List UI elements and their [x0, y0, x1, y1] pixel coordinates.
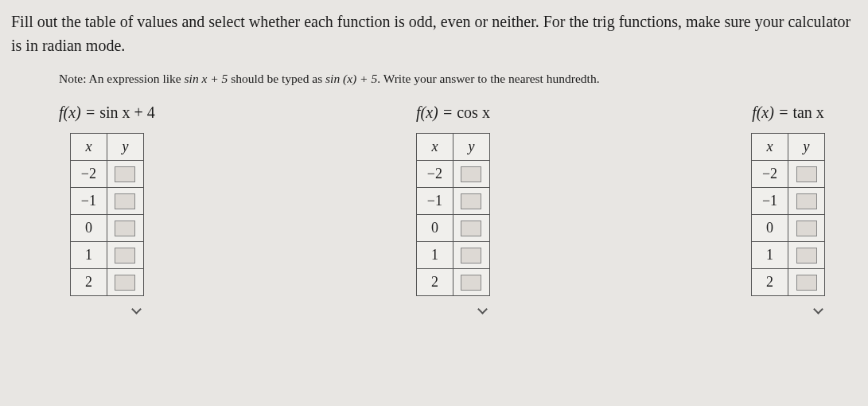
functions-row: f(x) = sin x + 4 x y −2 −1 0 1 2 f(x) = …	[11, 103, 857, 317]
table-row: 1	[416, 242, 489, 269]
y-input[interactable]	[115, 166, 135, 182]
y-input[interactable]	[115, 193, 135, 209]
fn-expr: sin x + 4	[99, 103, 155, 121]
y-cell	[788, 269, 825, 296]
y-input[interactable]	[796, 221, 817, 236]
x-cell: 0	[70, 215, 107, 242]
chevron-down-icon	[812, 304, 825, 317]
note-mid: should be typed as	[228, 72, 325, 85]
table-row: −2	[70, 161, 143, 188]
values-table: x y −2 −1 0 1 2	[70, 133, 144, 296]
y-input[interactable]	[115, 221, 135, 236]
y-input[interactable]	[796, 275, 817, 291]
table-row: 0	[416, 215, 489, 242]
parity-dropdown[interactable]	[70, 304, 143, 317]
y-cell	[107, 269, 143, 296]
note-expr2: sin (x) + 5	[325, 72, 377, 85]
x-cell: 1	[416, 242, 453, 269]
y-input[interactable]	[115, 275, 135, 291]
note-expr1: sin x + 5	[185, 72, 228, 85]
y-cell	[453, 215, 489, 242]
note-prefix: Note: An expression like	[59, 72, 185, 85]
function-label: f(x) = cos x	[416, 103, 490, 122]
x-cell: 2	[416, 269, 453, 296]
y-input[interactable]	[796, 248, 817, 264]
chevron-down-icon	[477, 304, 489, 317]
y-cell	[107, 188, 143, 215]
table-row: −1	[70, 188, 143, 215]
table-row: 0	[70, 215, 143, 242]
x-cell: −2	[70, 161, 107, 188]
values-table: x y −2 −1 0 1 2	[751, 133, 825, 296]
fn-expr: tan x	[792, 103, 823, 121]
function-label: f(x) = sin x + 4	[59, 103, 155, 122]
fn-prefix: f(x) =	[752, 103, 792, 121]
x-cell: −1	[416, 188, 453, 215]
note-text: Note: An expression like sin x + 5 shoul…	[11, 72, 857, 86]
y-input[interactable]	[461, 221, 481, 236]
y-cell	[453, 188, 489, 215]
header-y: y	[788, 134, 825, 161]
instructions-text: Fill out the table of values and select …	[11, 10, 857, 57]
y-input[interactable]	[461, 193, 481, 209]
x-cell: 2	[70, 269, 107, 296]
table-row: 2	[752, 269, 825, 296]
fn-expr: cos x	[457, 103, 490, 121]
y-cell	[107, 161, 143, 188]
header-y: y	[453, 134, 489, 161]
values-table: x y −2 −1 0 1 2	[416, 133, 490, 296]
y-cell	[788, 215, 825, 242]
table-row: 0	[752, 215, 825, 242]
table-row: 2	[416, 269, 489, 296]
fn-prefix: f(x) =	[59, 103, 99, 121]
y-input[interactable]	[461, 248, 481, 264]
fn-prefix: f(x) =	[416, 103, 457, 121]
header-x: x	[416, 134, 453, 161]
table-row: 1	[752, 242, 825, 269]
table-row: −1	[416, 188, 489, 215]
header-x: x	[752, 134, 788, 161]
x-cell: 0	[752, 215, 788, 242]
y-input[interactable]	[796, 193, 817, 209]
function-block: f(x) = tan x x y −2 −1 0 1 2	[751, 103, 825, 317]
header-y: y	[107, 134, 143, 161]
table-row: 2	[70, 269, 143, 296]
chevron-down-icon	[130, 304, 143, 317]
function-label: f(x) = tan x	[752, 103, 824, 122]
parity-dropdown[interactable]	[416, 304, 489, 317]
y-input[interactable]	[796, 166, 817, 182]
table-header-row: x y	[752, 134, 825, 161]
y-input[interactable]	[461, 275, 481, 291]
x-cell: −2	[752, 161, 788, 188]
table-header-row: x y	[416, 134, 489, 161]
y-cell	[107, 242, 143, 269]
y-cell	[453, 161, 489, 188]
table-row: 1	[70, 242, 143, 269]
x-cell: 2	[752, 269, 788, 296]
x-cell: 0	[416, 215, 453, 242]
y-input[interactable]	[115, 248, 135, 264]
x-cell: 1	[752, 242, 788, 269]
note-suffix: . Write your answer to the nearest hundr…	[377, 72, 599, 85]
x-cell: 1	[70, 242, 107, 269]
table-row: −1	[752, 188, 825, 215]
y-cell	[788, 161, 825, 188]
x-cell: −1	[752, 188, 788, 215]
function-block: f(x) = cos x x y −2 −1 0 1 2	[416, 103, 490, 317]
y-cell	[788, 188, 825, 215]
y-cell	[453, 242, 489, 269]
x-cell: −2	[416, 161, 453, 188]
y-cell	[107, 215, 143, 242]
x-cell: −1	[70, 188, 107, 215]
table-header-row: x y	[70, 134, 143, 161]
parity-dropdown[interactable]	[752, 304, 825, 317]
y-input[interactable]	[461, 166, 481, 182]
table-row: −2	[752, 161, 825, 188]
y-cell	[453, 269, 489, 296]
table-row: −2	[416, 161, 489, 188]
function-block: f(x) = sin x + 4 x y −2 −1 0 1 2	[59, 103, 155, 317]
header-x: x	[70, 134, 107, 161]
y-cell	[788, 242, 825, 269]
